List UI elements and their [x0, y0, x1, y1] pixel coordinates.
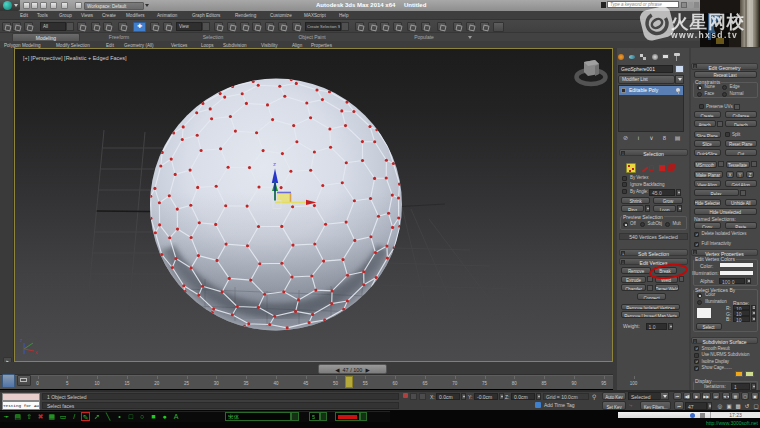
svg-text:z: z: [20, 337, 23, 343]
svg-text:x: x: [35, 349, 38, 355]
svg-text:z: z: [273, 161, 276, 167]
